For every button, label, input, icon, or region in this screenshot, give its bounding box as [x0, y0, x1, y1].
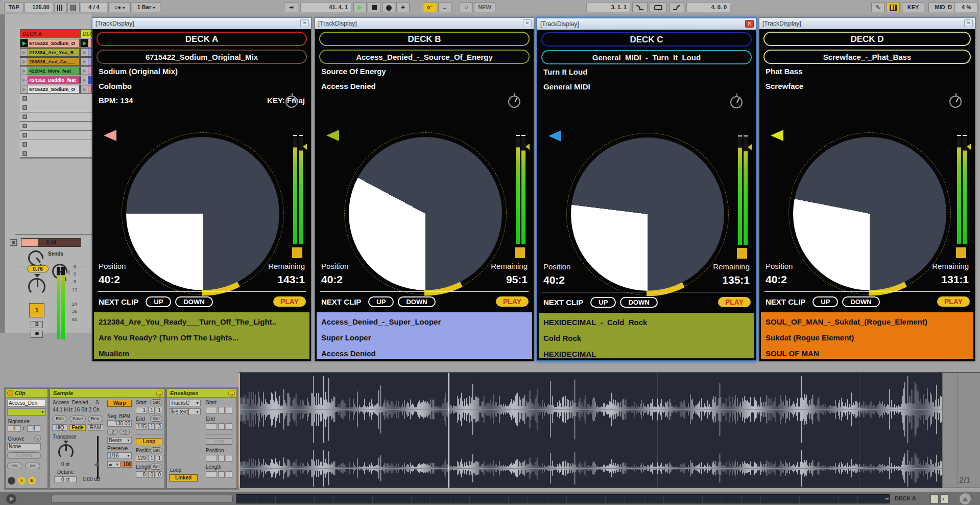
next-clip-up-button[interactable]: UP — [146, 296, 171, 307]
clip-launch-button[interactable] — [81, 76, 88, 84]
session-record-button[interactable]: ○ — [460, 2, 473, 12]
clip-slot[interactable]: 6715422_Sodium_O — [20, 39, 80, 48]
env-end-field[interactable] — [226, 423, 232, 430]
env-end-field[interactable] — [218, 423, 225, 430]
clip-launch-button[interactable] — [20, 67, 28, 75]
clip-launch-button[interactable] — [20, 49, 28, 56]
env-start-field[interactable] — [206, 407, 217, 414]
envelope-param-select[interactable]: live.text[▼ — [169, 408, 201, 415]
next-clip-down-button[interactable]: DOWN — [842, 296, 879, 307]
clip-launch-button[interactable] — [20, 76, 28, 84]
env-start-field[interactable] — [226, 407, 232, 414]
play-next-button[interactable]: PLAY — [937, 296, 970, 307]
clip-launch-button[interactable] — [20, 39, 28, 47]
close-icon[interactable]: ✕ — [745, 20, 754, 28]
track-header-deck-b[interactable]: DEC — [80, 29, 92, 38]
computer-midi-keyboard-button[interactable] — [887, 2, 900, 12]
clip-slot[interactable]: 424352_Daddio_feat — [20, 76, 80, 84]
groove-icon[interactable]: ≈ — [34, 435, 41, 442]
play-next-button[interactable]: PLAY — [496, 296, 529, 307]
reverse-button[interactable]: Rev. — [88, 416, 103, 422]
window-titlebar[interactable]: [TrackDisplay] ✕ — [537, 18, 756, 30]
loop-position-sixteenth-field[interactable]: 1 — [156, 455, 162, 462]
env-position-field[interactable] — [218, 455, 225, 462]
groove-select[interactable]: None — [7, 443, 41, 450]
empty-clip-slot[interactable] — [20, 94, 92, 103]
reenable-automation-button[interactable]: ← — [438, 2, 451, 12]
env-position-field[interactable] — [226, 455, 232, 462]
clip-slot[interactable] — [80, 57, 92, 66]
loop-position-beat-field[interactable]: 1 — [148, 455, 155, 462]
clip-slot[interactable] — [80, 39, 92, 48]
nudge-back-button[interactable]: << — [7, 463, 22, 469]
half-tempo-button[interactable]: :2 — [107, 429, 117, 435]
clip-launch-button[interactable] — [81, 85, 88, 93]
loop-start-field[interactable]: 3. 1. 1 — [586, 2, 630, 12]
pan-knob[interactable] — [28, 278, 45, 295]
end-sixteenth-field[interactable]: 3 — [156, 423, 162, 430]
empty-clip-slot[interactable] — [20, 149, 92, 158]
ram-button[interactable]: RAM — [88, 424, 103, 431]
set-end-button[interactable]: Set — [150, 416, 162, 422]
clip-stop-button[interactable] — [10, 239, 17, 246]
draw-mode-button[interactable]: ✎ — [871, 2, 885, 12]
expand-panel-button[interactable] — [959, 493, 971, 505]
env-loop-button[interactable]: Loop — [206, 438, 232, 445]
tempo-field[interactable]: 125.00 — [25, 2, 53, 12]
next-clip-down-button[interactable]: DOWN — [398, 296, 435, 307]
transient-loop-mode-select[interactable]: ⇄▼ — [107, 461, 121, 468]
set-start-button[interactable]: Set — [150, 399, 162, 405]
tap-tempo-button[interactable]: TAP — [4, 2, 23, 12]
hiq-button[interactable]: HiQ — [52, 424, 67, 431]
close-icon[interactable]: ✕ — [964, 19, 973, 27]
track-activator-button[interactable]: 1 — [29, 303, 44, 317]
key-map-button[interactable]: KEY — [902, 2, 924, 12]
gain-dial-icon[interactable] — [508, 96, 520, 108]
preserve-select[interactable]: 1/16▼ — [107, 452, 132, 459]
clip-name-field[interactable]: Access_Den — [7, 400, 46, 407]
edit-button[interactable]: Edit — [52, 416, 67, 422]
signature-numerator-field[interactable]: 4 — [8, 425, 21, 432]
launch-tab-icon[interactable] — [8, 477, 15, 485]
clip-launch-button[interactable] — [81, 49, 88, 56]
clip-slot[interactable] — [80, 76, 92, 84]
start-sixteenth-field[interactable]: 1 — [156, 407, 162, 414]
next-clip-down-button[interactable]: DOWN — [620, 297, 657, 308]
clip-launch-button[interactable] — [20, 85, 28, 93]
end-bar-field[interactable]: 145 — [136, 423, 147, 430]
clip-color-select[interactable]: ▼ — [7, 408, 46, 416]
loop-toggle-button[interactable]: Loop — [136, 438, 162, 445]
clip-thumbnail-icon[interactable]: Tr — [940, 494, 948, 503]
nudge-up-button[interactable] — [67, 2, 80, 12]
close-icon[interactable]: ✕ — [300, 19, 309, 27]
play-next-button[interactable]: PLAY — [273, 296, 306, 307]
warp-button[interactable]: Warp — [107, 400, 132, 407]
quantization-menu[interactable]: 1 Bar ▾ — [132, 2, 160, 12]
env-length-field[interactable] — [206, 471, 217, 478]
empty-clip-slot[interactable] — [20, 140, 92, 149]
seg-bpm-field[interactable]: 130.00 — [107, 420, 132, 427]
window-titlebar[interactable]: [TrackDisplay] ✕ — [92, 18, 311, 29]
stop-button[interactable] — [368, 2, 381, 12]
overdub-button[interactable]: + — [396, 2, 410, 12]
nudge-forward-button[interactable]: >> — [25, 463, 40, 469]
clip-launch-button[interactable] — [81, 39, 88, 47]
clip-slot[interactable] — [80, 66, 92, 75]
clip-slot[interactable]: 6715422_Sodium_O — [20, 85, 80, 94]
env-length-field[interactable] — [218, 471, 225, 478]
new-button[interactable]: NEW — [474, 2, 495, 12]
gain-dial-icon[interactable] — [949, 96, 962, 108]
start-bar-field[interactable]: 1 — [136, 407, 147, 414]
envelope-device-select[interactable]: TracksC▼ — [169, 400, 201, 406]
play-next-button[interactable]: PLAY — [718, 297, 751, 307]
transpose-knob[interactable] — [58, 444, 74, 460]
time-signature-field[interactable]: 4 / 4 — [81, 2, 107, 12]
clip-launch-button[interactable] — [20, 58, 28, 65]
commit-button[interactable]: Commit — [7, 452, 41, 459]
clip-slot[interactable] — [80, 85, 92, 94]
end-beat-field[interactable]: 1 — [148, 423, 155, 430]
save-button[interactable]: Save — [69, 416, 86, 422]
start-beat-field[interactable]: 1 — [148, 407, 155, 414]
loop-length-sixteenth-field[interactable]: 0 — [156, 471, 162, 478]
clip-slot[interactable]: 212384_Are_You_R — [20, 48, 80, 57]
